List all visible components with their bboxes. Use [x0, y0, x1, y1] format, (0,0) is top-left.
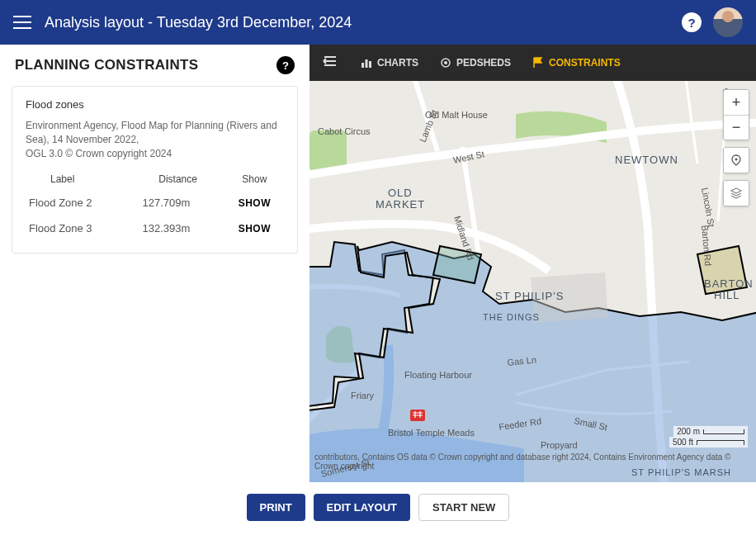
tab-constraints[interactable]: CONSTRAINTS — [524, 52, 629, 73]
app-header: Analysis layout - Tuesday 3rd December, … — [0, 0, 756, 45]
svg-text:Cabot Circus: Cabot Circus — [318, 126, 371, 136]
avatar[interactable] — [713, 7, 743, 37]
start-new-button[interactable]: START NEW — [418, 494, 509, 521]
svg-point-4 — [444, 61, 447, 64]
zoom-in-button[interactable]: + — [724, 90, 749, 115]
svg-text:Floating Harbour: Floating Harbour — [404, 370, 472, 380]
map-attribution: contributors, Contains OS data © Crown c… — [309, 451, 756, 482]
tab-charts[interactable]: CHARTS — [352, 52, 427, 73]
svg-text:ST PHILIP'S: ST PHILIP'S — [495, 290, 564, 302]
card-source: Environment Agency, Flood Map for Planni… — [26, 119, 284, 160]
page-title: Analysis layout - Tuesday 3rd December, … — [45, 14, 682, 31]
svg-point-31 — [735, 159, 738, 161]
print-button[interactable]: PRINT — [247, 494, 305, 521]
svg-text:NEWTOWN: NEWTOWN — [615, 154, 678, 166]
panel-help-icon[interactable]: ? — [276, 56, 295, 74]
footer-actions: PRINT EDIT LAYOUT START NEW — [0, 482, 756, 533]
svg-text:Bristol Temple Meads: Bristol Temple Meads — [388, 428, 475, 438]
help-icon[interactable]: ? — [682, 12, 702, 32]
bar-chart-icon — [361, 57, 372, 69]
col-distance: Distance — [130, 168, 224, 190]
layers-button[interactable] — [724, 181, 749, 206]
svg-rect-0 — [361, 63, 364, 68]
flood-zones-card: Flood zones Environment Agency, Flood Ma… — [12, 86, 298, 253]
map-controls: + − — [723, 89, 749, 206]
map-canvas[interactable]: Cabot Circus Old Malt House NEWTOWN OLDM… — [309, 81, 756, 482]
show-button[interactable]: SHOW — [229, 197, 281, 209]
flag-icon — [532, 57, 544, 69]
col-label: Label — [26, 168, 130, 190]
svg-text:Friary: Friary — [351, 391, 375, 400]
collapse-icon[interactable] — [318, 52, 343, 73]
constraints-panel: PLANNING CONSTRAINTS ? Flood zones Envir… — [0, 45, 309, 482]
svg-rect-2 — [369, 61, 371, 68]
map-toolbar: CHARTS PEDSHEDS CONSTRAINTS — [309, 45, 756, 81]
scale-bar: 200 m 500 ft — [669, 426, 748, 448]
edit-layout-button[interactable]: EDIT LAYOUT — [314, 494, 410, 521]
constraints-table: Label Distance Show Flood Zone 2 127.709… — [26, 168, 284, 241]
zoom-out-button[interactable]: − — [724, 115, 749, 140]
svg-rect-1 — [366, 59, 368, 68]
pin-icon — [730, 154, 742, 166]
col-show: Show — [225, 168, 284, 190]
target-icon — [440, 57, 451, 69]
svg-text:THE DINGS: THE DINGS — [483, 312, 540, 322]
map[interactable]: CHARTS PEDSHEDS CONSTRAINTS — [309, 45, 756, 482]
menu-icon[interactable] — [13, 16, 31, 29]
card-title: Flood zones — [26, 98, 284, 111]
show-button[interactable]: SHOW — [229, 223, 281, 234]
table-row: Flood Zone 2 127.709m SHOW — [26, 190, 284, 216]
table-row: Flood Zone 3 132.393m SHOW — [26, 216, 284, 241]
svg-text:Propyard: Propyard — [541, 440, 578, 450]
tab-pedsheds[interactable]: PEDSHEDS — [432, 52, 519, 73]
locate-button[interactable] — [724, 148, 749, 173]
panel-title: PLANNING CONSTRAINTS — [15, 57, 198, 73]
layers-icon — [730, 187, 743, 200]
